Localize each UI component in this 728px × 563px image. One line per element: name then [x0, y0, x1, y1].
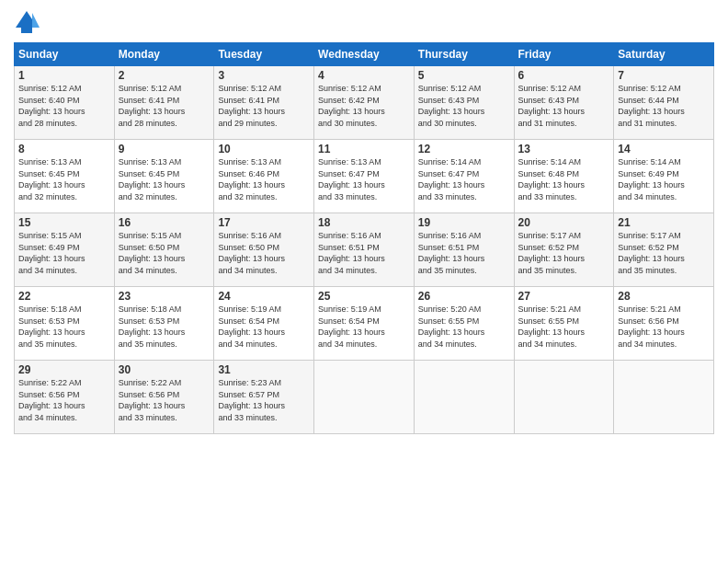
sunset-label: Sunset: 6:56 PM — [18, 390, 80, 399]
daylight-minutes: and 31 minutes. — [518, 119, 577, 128]
day-cell: 8 Sunrise: 5:13 AM Sunset: 6:45 PM Dayli… — [15, 140, 115, 213]
day-info: Sunrise: 5:22 AM Sunset: 6:56 PM Dayligh… — [18, 377, 110, 423]
daylight-minutes: and 30 minutes. — [318, 119, 377, 128]
header-cell-monday: Monday — [114, 43, 214, 66]
daylight-label: Daylight: 13 hours — [119, 254, 186, 263]
sunrise-label: Sunrise: 5:18 AM — [18, 304, 82, 314]
sunset-label: Sunset: 6:52 PM — [518, 243, 580, 252]
day-number: 4 — [318, 69, 410, 82]
daylight-label: Daylight: 13 hours — [518, 254, 586, 263]
sunset-label: Sunset: 6:49 PM — [18, 243, 80, 252]
day-info: Sunrise: 5:18 AM Sunset: 6:53 PM Dayligh… — [119, 304, 210, 350]
sunrise-label: Sunrise: 5:12 AM — [618, 84, 681, 93]
day-number: 23 — [119, 290, 210, 303]
daylight-minutes: and 32 minutes. — [218, 192, 277, 201]
daylight-minutes: and 34 minutes. — [318, 339, 377, 349]
sunset-label: Sunset: 6:50 PM — [119, 243, 180, 252]
calendar-header: SundayMondayTuesdayWednesdayThursdayFrid… — [15, 43, 714, 66]
day-info: Sunrise: 5:16 AM Sunset: 6:50 PM Dayligh… — [218, 230, 310, 276]
day-cell: 20 Sunrise: 5:17 AM Sunset: 6:52 PM Dayl… — [514, 213, 614, 287]
sunrise-label: Sunrise: 5:15 AM — [119, 231, 182, 240]
sunset-label: Sunset: 6:46 PM — [218, 169, 279, 178]
day-info: Sunrise: 5:16 AM Sunset: 6:51 PM Dayligh… — [318, 230, 410, 276]
daylight-label: Daylight: 13 hours — [119, 107, 186, 116]
day-info: Sunrise: 5:12 AM Sunset: 6:43 PM Dayligh… — [518, 83, 610, 129]
sunset-label: Sunset: 6:49 PM — [618, 169, 679, 178]
sunrise-label: Sunrise: 5:21 AM — [618, 304, 681, 314]
sunrise-label: Sunrise: 5:21 AM — [518, 304, 582, 314]
day-cell: 2 Sunrise: 5:12 AM Sunset: 6:41 PM Dayli… — [114, 66, 214, 140]
week-row-2: 8 Sunrise: 5:13 AM Sunset: 6:45 PM Dayli… — [15, 140, 714, 213]
daylight-minutes: and 34 minutes. — [18, 266, 77, 275]
day-number: 6 — [518, 69, 610, 82]
day-cell — [614, 361, 714, 434]
daylight-minutes: and 29 minutes. — [218, 119, 277, 128]
day-info: Sunrise: 5:14 AM Sunset: 6:49 PM Dayligh… — [618, 156, 710, 202]
sunrise-label: Sunrise: 5:14 AM — [418, 157, 482, 167]
day-number: 20 — [518, 216, 610, 229]
sunset-label: Sunset: 6:43 PM — [418, 96, 480, 105]
day-info: Sunrise: 5:23 AM Sunset: 6:57 PM Dayligh… — [218, 377, 310, 423]
day-info: Sunrise: 5:19 AM Sunset: 6:54 PM Dayligh… — [218, 304, 310, 350]
daylight-label: Daylight: 13 hours — [618, 254, 685, 263]
calendar-table: SundayMondayTuesdayWednesdayThursdayFrid… — [14, 42, 714, 434]
day-number: 30 — [119, 363, 210, 376]
day-cell: 9 Sunrise: 5:13 AM Sunset: 6:45 PM Dayli… — [114, 140, 214, 213]
sunrise-label: Sunrise: 5:22 AM — [119, 378, 182, 387]
sunset-label: Sunset: 6:43 PM — [518, 96, 580, 105]
sunrise-label: Sunrise: 5:19 AM — [318, 304, 381, 314]
header-cell-tuesday: Tuesday — [214, 43, 314, 66]
day-cell — [314, 361, 415, 434]
day-cell: 29 Sunrise: 5:22 AM Sunset: 6:56 PM Dayl… — [15, 361, 115, 434]
daylight-minutes: and 35 minutes. — [618, 266, 677, 275]
sunset-label: Sunset: 6:54 PM — [218, 316, 279, 326]
sunrise-label: Sunrise: 5:17 AM — [618, 231, 681, 240]
day-cell: 19 Sunrise: 5:16 AM Sunset: 6:51 PM Dayl… — [414, 213, 514, 287]
day-info: Sunrise: 5:12 AM Sunset: 6:41 PM Dayligh… — [119, 83, 210, 129]
daylight-label: Daylight: 13 hours — [18, 401, 85, 410]
sunrise-label: Sunrise: 5:17 AM — [518, 231, 582, 240]
sunrise-label: Sunrise: 5:19 AM — [218, 304, 281, 314]
header-cell-thursday: Thursday — [414, 43, 514, 66]
day-cell: 28 Sunrise: 5:21 AM Sunset: 6:56 PM Dayl… — [614, 287, 714, 361]
page: SundayMondayTuesdayWednesdayThursdayFrid… — [0, 0, 728, 563]
day-info: Sunrise: 5:18 AM Sunset: 6:53 PM Dayligh… — [18, 304, 110, 350]
day-cell: 11 Sunrise: 5:13 AM Sunset: 6:47 PM Dayl… — [314, 140, 415, 213]
day-cell: 13 Sunrise: 5:14 AM Sunset: 6:48 PM Dayl… — [514, 140, 614, 213]
day-info: Sunrise: 5:12 AM Sunset: 6:41 PM Dayligh… — [218, 83, 310, 129]
day-info: Sunrise: 5:13 AM Sunset: 6:47 PM Dayligh… — [318, 156, 410, 202]
daylight-minutes: and 34 minutes. — [119, 266, 177, 275]
sunset-label: Sunset: 6:47 PM — [318, 169, 380, 178]
day-number: 12 — [418, 143, 510, 155]
day-number: 15 — [18, 216, 110, 229]
daylight-minutes: and 31 minutes. — [618, 119, 677, 128]
day-cell: 30 Sunrise: 5:22 AM Sunset: 6:56 PM Dayl… — [114, 361, 214, 434]
day-info: Sunrise: 5:13 AM Sunset: 6:45 PM Dayligh… — [119, 156, 210, 202]
day-info: Sunrise: 5:16 AM Sunset: 6:51 PM Dayligh… — [418, 230, 510, 276]
daylight-label: Daylight: 13 hours — [618, 180, 685, 190]
day-cell: 23 Sunrise: 5:18 AM Sunset: 6:53 PM Dayl… — [114, 287, 214, 361]
header-row: SundayMondayTuesdayWednesdayThursdayFrid… — [15, 43, 714, 66]
sunrise-label: Sunrise: 5:15 AM — [18, 231, 82, 240]
sunrise-label: Sunrise: 5:12 AM — [218, 84, 281, 93]
sunset-label: Sunset: 6:56 PM — [119, 390, 180, 399]
daylight-label: Daylight: 13 hours — [18, 254, 85, 263]
sunrise-label: Sunrise: 5:12 AM — [518, 84, 582, 93]
logo — [14, 9, 43, 35]
sunset-label: Sunset: 6:57 PM — [218, 390, 279, 399]
sunset-label: Sunset: 6:50 PM — [218, 243, 279, 252]
day-number: 26 — [418, 290, 510, 303]
day-number: 14 — [618, 143, 710, 155]
day-number: 18 — [318, 216, 410, 229]
week-row-4: 22 Sunrise: 5:18 AM Sunset: 6:53 PM Dayl… — [15, 287, 714, 361]
day-cell: 5 Sunrise: 5:12 AM Sunset: 6:43 PM Dayli… — [414, 66, 514, 140]
day-number: 31 — [218, 363, 310, 376]
sunrise-label: Sunrise: 5:16 AM — [218, 231, 281, 240]
day-number: 21 — [618, 216, 710, 229]
daylight-minutes: and 34 minutes. — [218, 266, 277, 275]
daylight-minutes: and 35 minutes. — [518, 266, 577, 275]
header-cell-sunday: Sunday — [15, 43, 115, 66]
daylight-label: Daylight: 13 hours — [119, 180, 186, 190]
sunset-label: Sunset: 6:44 PM — [618, 96, 679, 105]
sunset-label: Sunset: 6:45 PM — [119, 169, 180, 178]
